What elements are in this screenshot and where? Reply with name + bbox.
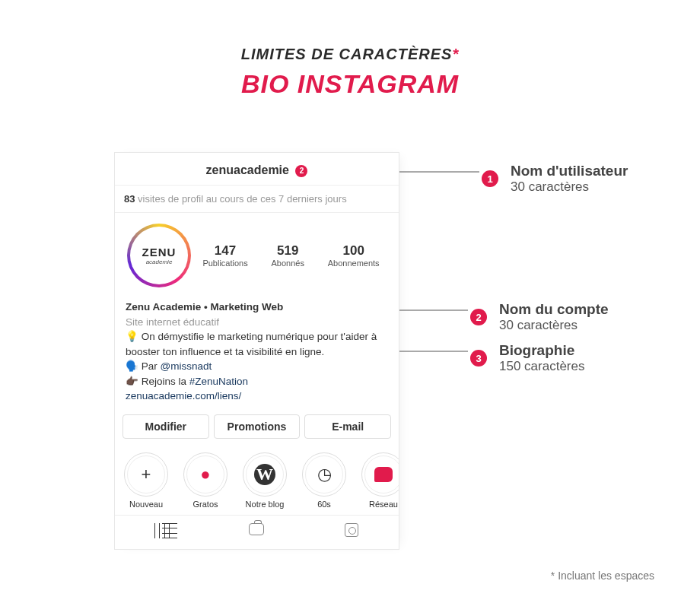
visits-count: 83 xyxy=(124,193,135,205)
header: LIMITES DE CARACTÈRES* BIO INSTAGRAM xyxy=(0,0,700,99)
callout-2: 2 Nom du compte30 caractères xyxy=(470,301,609,333)
grid-icon xyxy=(154,523,170,538)
story-reseau[interactable]: Réseau xyxy=(358,452,399,509)
story-label: Gratos xyxy=(180,500,231,509)
bio-line-3: 👉🏿 Rejoins la #ZenuNation xyxy=(126,374,388,389)
mention[interactable]: @missnadt xyxy=(161,360,212,372)
callout-title: Nom du compte xyxy=(499,301,609,318)
promote-button[interactable]: Promotions xyxy=(214,414,301,439)
stat-posts[interactable]: 147Publications xyxy=(202,243,247,268)
tv-icon xyxy=(249,523,264,535)
story-label: Réseau xyxy=(358,500,399,509)
callout-detail: 150 caractères xyxy=(499,359,584,374)
stat-num: 100 xyxy=(328,243,380,259)
story-gratos[interactable]: ●Gratos xyxy=(180,452,231,509)
bulb-icon: 💡 xyxy=(126,331,138,342)
callout-1: 1 Nom d'utilisateur30 caractères xyxy=(482,163,628,195)
stat-label: Abonnements xyxy=(328,259,380,268)
stat-num: 519 xyxy=(272,243,304,259)
bio-line-1: 💡 On démystifie le marketing numérique p… xyxy=(126,329,388,359)
bio-text: On démystifie le marketing numérique pou… xyxy=(126,331,377,357)
username: zenuacademie xyxy=(206,163,289,176)
speak-icon: 🗣️ xyxy=(126,360,138,372)
tag-icon xyxy=(345,523,358,537)
callout-title: Nom d'utilisateur xyxy=(511,163,628,179)
bio-text: Par xyxy=(138,360,161,372)
callout-badge: 2 xyxy=(470,309,487,325)
avatar-inner: ZENU academie xyxy=(130,227,188,284)
stat-following[interactable]: 100Abonnements xyxy=(328,243,380,268)
wordpress-icon: W xyxy=(243,452,287,497)
stat-followers[interactable]: 519Abonnés xyxy=(272,243,304,268)
story-label: Nouveau xyxy=(121,500,171,509)
stats-row: ZENU academie 147Publications 519Abonnés… xyxy=(115,213,399,295)
callout-badge: 1 xyxy=(482,170,498,187)
callout-badge: 3 xyxy=(470,350,487,367)
email-button[interactable]: E-mail xyxy=(304,414,391,439)
bio-line-2: 🗣️ Par @missnadt xyxy=(126,359,388,374)
asterisk: * xyxy=(452,46,459,62)
bio-link[interactable]: zenuacademie.com/liens/ xyxy=(126,390,241,401)
hashtag[interactable]: #ZenuNation xyxy=(189,376,248,387)
title: BIO INSTAGRAM xyxy=(0,69,700,99)
story-blog[interactable]: WNotre blog xyxy=(240,452,290,509)
bio-text: Rejoins la xyxy=(138,376,189,387)
story-label: Notre blog xyxy=(240,500,290,509)
callout-3: 3 Biographie150 caractères xyxy=(470,342,584,374)
story-new[interactable]: +Nouveau xyxy=(121,452,171,509)
plus-icon: + xyxy=(124,452,168,497)
display-name: Zenu Academie • Marketing Web xyxy=(126,300,388,315)
tab-igtv[interactable] xyxy=(209,516,304,549)
point-icon: 👉🏿 xyxy=(126,376,138,387)
pin-icon: ● xyxy=(183,452,228,497)
category: Site internet éducatif xyxy=(126,315,388,330)
phone-mock: zenuacademie 2 83 visites de profil au c… xyxy=(114,152,399,550)
tab-grid[interactable] xyxy=(115,516,209,549)
tabbar xyxy=(115,515,399,549)
notif-badge: 2 xyxy=(295,165,307,177)
avatar[interactable]: ZENU academie xyxy=(127,224,191,287)
visits-line: 83 visites de profil au cours de ces 7 d… xyxy=(115,186,399,213)
profile-header: zenuacademie 2 xyxy=(115,153,399,186)
callout-detail: 30 caractères xyxy=(511,179,628,195)
bubble-icon xyxy=(361,452,399,497)
bio-block: Zenu Academie • Marketing Web Site inter… xyxy=(115,295,399,414)
avatar-sub: academie xyxy=(146,259,173,265)
clock-icon: ◷ xyxy=(302,452,346,497)
stats: 147Publications 519Abonnés 100Abonnement… xyxy=(191,243,391,268)
stories: +Nouveau ●Gratos WNotre blog ◷60s Réseau xyxy=(115,448,399,515)
stat-label: Publications xyxy=(202,259,247,268)
edit-button[interactable]: Modifier xyxy=(123,414,209,439)
story-60s[interactable]: ◷60s xyxy=(299,452,349,509)
callout-title: Biographie xyxy=(499,342,584,359)
action-buttons: Modifier Promotions E-mail xyxy=(115,414,399,448)
subtitle-text: LIMITES DE CARACTÈRES xyxy=(241,46,453,62)
callout-detail: 30 caractères xyxy=(499,318,609,333)
subtitle: LIMITES DE CARACTÈRES* xyxy=(0,46,700,63)
avatar-text: ZENU xyxy=(142,246,177,259)
footnote: * Incluant les espaces xyxy=(551,570,654,582)
story-label: 60s xyxy=(299,500,349,509)
stat-num: 147 xyxy=(202,243,247,259)
visits-text: visites de profil au cours de ces 7 dern… xyxy=(135,193,346,205)
tab-tagged[interactable] xyxy=(304,516,399,549)
stat-label: Abonnés xyxy=(272,259,304,268)
